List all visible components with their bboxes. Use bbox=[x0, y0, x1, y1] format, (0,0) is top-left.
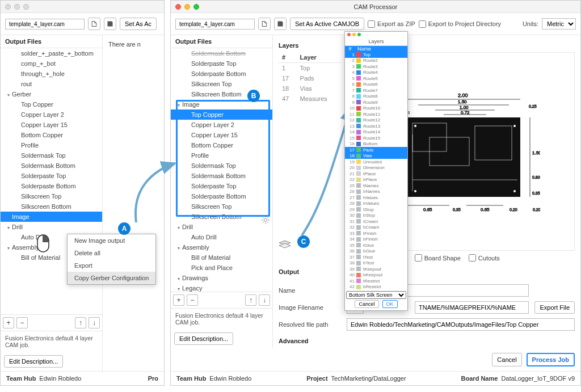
layer-row[interactable]: 18Vias bbox=[279, 83, 341, 94]
tree-row[interactable]: Bill of Material bbox=[171, 252, 272, 263]
ctx-item[interactable]: New Image output bbox=[68, 234, 155, 247]
layer-popup-row[interactable]: 18Vias bbox=[345, 153, 407, 159]
layer-popup-row[interactable]: 28bValues bbox=[345, 201, 407, 207]
tree-row[interactable]: Silkscreen Bottom bbox=[1, 201, 102, 212]
tree-row[interactable]: Bottom Copper bbox=[1, 130, 102, 140]
resolved-path-input[interactable] bbox=[347, 318, 575, 331]
tree-up-button[interactable]: ↑ bbox=[245, 294, 256, 306]
layer-popup-row[interactable]: 31tCream bbox=[345, 218, 407, 225]
process-job-button[interactable]: Process Job bbox=[527, 353, 575, 366]
tree-row[interactable]: Top Copper bbox=[171, 109, 272, 120]
context-menu[interactable]: New Image outputDelete allExportCopy Ger… bbox=[67, 234, 156, 285]
layer-popup-row[interactable]: 8Route8 bbox=[345, 94, 407, 100]
layer-popup-row[interactable]: 3Route3 bbox=[345, 64, 407, 70]
tree-row[interactable]: Profile bbox=[171, 150, 272, 161]
layer-popup-row[interactable]: 14Route14 bbox=[345, 129, 407, 136]
tree-row[interactable]: Profile bbox=[1, 140, 102, 150]
tree-row[interactable]: Solderpaste Bottom bbox=[171, 69, 272, 79]
layer-popup-ok[interactable]: OK bbox=[382, 300, 398, 308]
tree-row[interactable]: Solderpaste Bottom bbox=[1, 181, 102, 191]
tree-down-button[interactable]: ↓ bbox=[259, 294, 270, 306]
set-active-camjob-button[interactable]: Set As Active CAMJOB bbox=[290, 18, 364, 30]
tree-add-button[interactable]: + bbox=[3, 317, 14, 328]
gear-icon[interactable] bbox=[262, 216, 270, 224]
tree-row[interactable]: Solderpaste Top bbox=[171, 58, 272, 69]
export-zip-checkbox[interactable]: Export as ZIP bbox=[368, 20, 415, 28]
tree-row[interactable]: comp_+_bot bbox=[1, 58, 102, 69]
tree-row[interactable]: Soldermask Bottom bbox=[171, 171, 272, 181]
layer-popup-row[interactable]: 38bTest bbox=[345, 260, 407, 267]
layer-popup-row[interactable]: 27tValues bbox=[345, 195, 407, 201]
layer-popup-row[interactable]: 41tRestrict bbox=[345, 278, 407, 284]
tree-row[interactable]: Drawings bbox=[171, 273, 272, 283]
tree-row[interactable]: Drill bbox=[171, 222, 272, 232]
export-file-button[interactable]: Export File bbox=[534, 301, 575, 314]
tree-row[interactable]: Bottom Copper bbox=[171, 140, 272, 150]
layer-popup-row[interactable]: 30bStop bbox=[345, 213, 407, 219]
tree-row[interactable]: Gerber bbox=[1, 89, 102, 99]
traffic-min[interactable] bbox=[14, 4, 20, 10]
layer-popup-row[interactable]: 42bRestrict bbox=[345, 284, 407, 290]
tree-row[interactable]: Copper Layer 15 bbox=[171, 130, 272, 140]
cutouts-checkbox[interactable]: Cutouts bbox=[469, 254, 500, 262]
tree-row[interactable]: Copper Layer 2 bbox=[171, 120, 272, 130]
traffic-close[interactable] bbox=[175, 4, 181, 10]
output-files-tree-right[interactable]: Soldermask BottomSolderpaste TopSolderpa… bbox=[171, 48, 272, 292]
tree-row[interactable]: rout bbox=[1, 79, 102, 89]
layer-popup-row[interactable]: 32bCream bbox=[345, 225, 407, 231]
tree-row[interactable]: Silkscreen Bottom bbox=[171, 212, 272, 222]
layer-popup-row[interactable]: 2Route2 bbox=[345, 58, 407, 64]
layer-popup-cancel[interactable]: Cancel bbox=[355, 300, 378, 308]
traffic-min[interactable] bbox=[184, 4, 190, 10]
layer-popup-row[interactable]: 35tGlue bbox=[345, 242, 407, 248]
layer-popup-row[interactable]: 19Unrouted bbox=[345, 159, 407, 165]
layer-popup-row[interactable]: 1Top bbox=[345, 52, 407, 58]
set-active-camjob-button[interactable]: Set As Ac bbox=[120, 18, 157, 30]
layer-popup-row[interactable]: 4Route4 bbox=[345, 70, 407, 76]
layer-popup-row[interactable]: 7Route7 bbox=[345, 87, 407, 94]
tree-down-button[interactable]: ↓ bbox=[89, 317, 100, 328]
stack-icon[interactable] bbox=[279, 240, 291, 250]
layer-popup-row[interactable]: 25tNames bbox=[345, 183, 407, 189]
ctx-item[interactable]: Delete all bbox=[68, 247, 155, 259]
board-shape-checkbox[interactable]: Board Shape bbox=[415, 254, 461, 262]
layer-popup-select[interactable]: Bottom Silk Screen bbox=[346, 291, 406, 299]
cam-filename-input[interactable] bbox=[175, 19, 255, 29]
layer-popup-row[interactable]: 11Route11 bbox=[345, 111, 407, 117]
tree-row[interactable]: Auto Drill bbox=[171, 232, 272, 242]
open-file-icon[interactable] bbox=[258, 18, 271, 30]
layer-popup-row[interactable]: 29tStop bbox=[345, 206, 407, 213]
layer-row[interactable]: 17Pads bbox=[279, 73, 341, 83]
traffic-max[interactable] bbox=[23, 4, 29, 10]
tree-row[interactable]: Solderpaste Bottom bbox=[171, 191, 272, 201]
units-select[interactable]: Metric bbox=[542, 18, 576, 29]
save-icon[interactable] bbox=[274, 18, 287, 30]
tree-row[interactable]: Assembly bbox=[171, 242, 272, 252]
layer-list[interactable]: # Layer 1Top17Pads18Vias47Measures bbox=[279, 52, 341, 251]
ctx-item[interactable]: Copy Gerber Configuration bbox=[68, 272, 155, 284]
tree-row[interactable]: Soldermask Top bbox=[171, 161, 272, 171]
cancel-button[interactable]: Cancel bbox=[492, 353, 521, 366]
layer-popup-row[interactable]: 33tFinish bbox=[345, 230, 407, 237]
tree-row[interactable]: Silkscreen Top bbox=[171, 201, 272, 212]
tree-row[interactable]: Silkscreen Top bbox=[171, 79, 272, 89]
tree-row[interactable]: Copper Layer 2 bbox=[1, 109, 102, 120]
layer-popup-row[interactable]: 37tTest bbox=[345, 254, 407, 260]
tree-add-button[interactable]: + bbox=[173, 294, 184, 306]
ctx-item[interactable]: Export bbox=[68, 259, 155, 272]
layer-popup-row[interactable]: 34bFinish bbox=[345, 237, 407, 243]
open-file-icon[interactable] bbox=[88, 18, 100, 30]
tree-row[interactable]: Drill bbox=[1, 222, 102, 232]
tree-row[interactable]: Solderpaste Top bbox=[1, 171, 102, 181]
tree-row[interactable]: solder_+_paste_+_bottom bbox=[1, 48, 102, 58]
layer-popup-row[interactable]: 16Bottom bbox=[345, 141, 407, 147]
layer-popup-row[interactable]: 17Pads bbox=[345, 147, 407, 153]
tree-row[interactable]: Soldermask Bottom bbox=[1, 161, 102, 171]
tree-row[interactable]: Soldermask Bottom bbox=[171, 48, 272, 58]
tree-row[interactable]: Solderpaste Top bbox=[171, 181, 272, 191]
layer-popup-row[interactable]: 13Route13 bbox=[345, 123, 407, 129]
layer-row[interactable]: 1Top bbox=[279, 63, 341, 74]
layer-popup[interactable]: Layers #Name 1Top2Route23Route34Route45R… bbox=[344, 31, 408, 311]
layer-popup-row[interactable]: 40bKeepout bbox=[345, 272, 407, 279]
traffic-close[interactable] bbox=[5, 4, 11, 10]
